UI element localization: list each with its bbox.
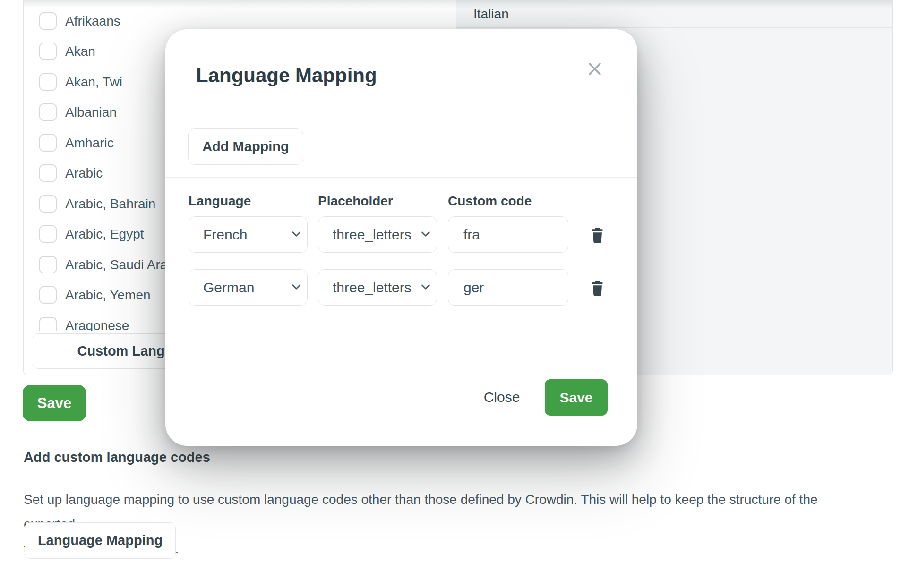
language-select[interactable]: French xyxy=(189,216,308,253)
add-mapping-button[interactable]: Add Mapping xyxy=(188,128,303,165)
language-label: Arabic, Bahrain xyxy=(65,196,155,212)
checkbox-arabic[interactable] xyxy=(39,164,57,182)
checkbox-arabic-yemen[interactable] xyxy=(39,286,57,304)
checkbox-akan-twi[interactable] xyxy=(39,73,57,91)
close-icon[interactable] xyxy=(585,60,604,78)
checkbox-aragonese[interactable] xyxy=(39,317,57,331)
language-label: Arabic xyxy=(65,166,103,181)
placeholder-select[interactable]: three_letters xyxy=(318,269,437,306)
modal-close-button[interactable]: Close xyxy=(473,379,530,415)
checkbox-arabic-saudi-arabia[interactable] xyxy=(39,256,57,273)
custom-code-input[interactable] xyxy=(448,269,568,306)
chevron-down-icon xyxy=(292,231,301,237)
mapping-row: German three_letters xyxy=(165,269,637,306)
delete-mapping-button[interactable] xyxy=(588,278,607,298)
language-label: Albanian xyxy=(65,105,117,120)
language-label: Aragonese xyxy=(65,318,129,332)
modal-title: Language Mapping xyxy=(196,64,377,87)
language-mapping-modal: Language Mapping Add Mapping Language Pl… xyxy=(165,29,637,446)
language-label: Afrikaans xyxy=(65,14,120,29)
language-label: Akan xyxy=(65,44,95,59)
language-select[interactable]: German xyxy=(189,269,308,306)
language-label: Amharic xyxy=(65,136,114,151)
x-icon xyxy=(588,62,602,76)
modal-save-button[interactable]: Save xyxy=(545,379,608,416)
chevron-down-icon xyxy=(421,284,430,290)
custom-code-input[interactable] xyxy=(448,216,568,253)
column-header-language: Language xyxy=(189,194,251,209)
language-label: Arabic, Yemen xyxy=(65,288,151,303)
column-header-custom-code: Custom code xyxy=(448,194,532,209)
delete-mapping-button[interactable] xyxy=(588,225,607,246)
mapping-row: French three_letters xyxy=(165,216,637,253)
checkbox-afrikaans[interactable] xyxy=(39,12,57,30)
selected-language-label: Italian xyxy=(473,7,509,22)
trash-icon xyxy=(591,227,604,244)
save-button[interactable]: Save xyxy=(23,385,86,421)
divider xyxy=(165,177,637,178)
chevron-down-icon xyxy=(421,231,430,237)
language-label: Akan, Twi xyxy=(65,75,122,90)
selected-language-item[interactable]: Italian xyxy=(456,0,893,28)
section-heading: Add custom language codes xyxy=(24,450,210,465)
language-mapping-button[interactable]: Language Mapping xyxy=(25,522,176,559)
language-label: Arabic, Egypt xyxy=(65,227,144,242)
checkbox-albanian[interactable] xyxy=(39,103,57,121)
checkbox-akan[interactable] xyxy=(39,43,57,60)
placeholder-select[interactable]: three_letters xyxy=(318,216,437,253)
checkbox-arabic-bahrain[interactable] xyxy=(39,195,57,213)
trash-icon xyxy=(591,280,604,297)
column-header-placeholder: Placeholder xyxy=(318,194,393,209)
checkbox-arabic-egypt[interactable] xyxy=(39,225,57,243)
checkbox-amharic[interactable] xyxy=(39,134,57,152)
chevron-down-icon xyxy=(292,284,301,290)
